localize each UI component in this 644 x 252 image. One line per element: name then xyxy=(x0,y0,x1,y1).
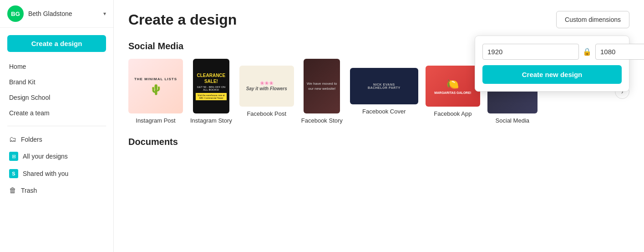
cover-text: NICK EVANSBACHELOR PARTY xyxy=(368,83,401,89)
shared-icon: S xyxy=(9,169,18,178)
clearance-text: CLEARANCE SALE! xyxy=(196,72,227,84)
chevron-down-icon[interactable]: ▾ xyxy=(103,10,106,17)
sidebar-item-brand-kit[interactable]: Brand Kit xyxy=(4,75,110,89)
documents-section-title: Documents xyxy=(128,137,629,147)
sidebar-shared-label: Shared with you xyxy=(23,170,68,177)
create-design-button[interactable]: Create a design xyxy=(7,35,106,52)
create-new-design-button[interactable]: Create new design xyxy=(482,65,622,84)
page-title: Create a design xyxy=(128,11,237,28)
card-facebook-post[interactable]: 🌸🌸🌸 Say it with Flowers Facebook Post xyxy=(239,66,294,117)
card-facebook-story[interactable]: We have moved to our new website! Facebo… xyxy=(301,59,343,124)
card-instagram-story[interactable]: CLEARANCE SALE! GET 50 - 80% OFF ON ALL … xyxy=(190,59,232,124)
app-text: MARGARITAS GALORE! xyxy=(434,91,471,94)
sidebar-folder-section: 🗂 Folders ⊞ All your designs S Shared wi… xyxy=(0,132,113,198)
thumb-facebook-cover: NICK EVANSBACHELOR PARTY xyxy=(350,68,418,104)
height-input[interactable]: 1080 xyxy=(595,44,644,60)
thumb-facebook-post: 🌸🌸🌸 Say it with Flowers xyxy=(239,66,294,107)
sidebar-folders-label: Folders xyxy=(21,136,42,143)
card-label-facebook-story: Facebook Story xyxy=(301,117,343,124)
card-label-social-media: Social Media xyxy=(496,117,529,124)
cactus-emoji: 🌵 xyxy=(150,84,162,96)
sidebar-all-designs-label: All your designs xyxy=(23,153,68,160)
sidebar-item-trash[interactable]: 🗑 Trash xyxy=(4,183,110,198)
card-instagram-post[interactable]: THE MINIMAL LISTS 🌵 Instagram Post xyxy=(128,59,183,124)
dimensions-row: 1920 🔒 1080 pxinmmcm xyxy=(482,43,622,60)
story-text: We have moved to our new website! xyxy=(306,81,337,91)
clearance-sub: GET 50 - 80% OFF ON ALL BOOKS! xyxy=(196,86,227,91)
all-designs-icon: ⊞ xyxy=(9,152,18,161)
card-label-facebook-post: Facebook Post xyxy=(247,110,286,117)
thumb-instagram-story: CLEARANCE SALE! GET 50 - 80% OFF ON ALL … xyxy=(193,59,229,113)
sidebar-header: BG Beth Gladstone ▾ xyxy=(0,0,113,28)
sidebar-nav: Home Brand Kit Design School Create a te… xyxy=(0,59,113,120)
card-facebook-cover[interactable]: NICK EVANSBACHELOR PARTY Facebook Cover xyxy=(350,68,418,115)
trash-icon: 🗑 xyxy=(9,186,16,195)
thumb-facebook-app: 🍋 MARGARITAS GALORE! xyxy=(426,66,480,107)
clearance-cta: Visit the warehouse now at ABC Commercia… xyxy=(196,93,227,100)
sidebar-item-shared[interactable]: S Shared with you xyxy=(4,165,110,182)
lock-icon: 🔒 xyxy=(583,47,592,56)
card-label-facebook-cover: Facebook Cover xyxy=(362,108,406,115)
sidebar: BG Beth Gladstone ▾ Create a design Home… xyxy=(0,0,114,252)
folder-icon: 🗂 xyxy=(9,135,16,144)
flowers-top: 🌸🌸🌸 xyxy=(260,81,274,85)
main-content: Create a design Custom dimensions 1920 🔒… xyxy=(114,0,644,252)
thumb-text-insta-post: THE MINIMAL LISTS xyxy=(134,77,177,81)
avatar: BG xyxy=(7,5,24,22)
flowers-text: Say it with Flowers xyxy=(246,86,287,91)
sidebar-item-all-designs[interactable]: ⊞ All your designs xyxy=(4,148,110,165)
sidebar-item-design-school[interactable]: Design School xyxy=(4,90,110,105)
sidebar-trash-label: Trash xyxy=(21,187,37,194)
card-facebook-app[interactable]: 🍋 MARGARITAS GALORE! Facebook App xyxy=(426,66,480,117)
card-label-instagram-story: Instagram Story xyxy=(190,117,232,124)
thumb-instagram-post: THE MINIMAL LISTS 🌵 xyxy=(128,59,183,113)
custom-dimensions-button[interactable]: Custom dimensions xyxy=(556,11,629,28)
lime-emoji: 🍋 xyxy=(446,78,459,90)
sidebar-item-folders[interactable]: 🗂 Folders xyxy=(4,132,110,147)
dimensions-popup: 1920 🔒 1080 pxinmmcm Create new design xyxy=(475,36,629,92)
card-label-facebook-app: Facebook App xyxy=(434,110,472,117)
sidebar-divider xyxy=(7,126,106,126)
user-name: Beth Gladstone xyxy=(28,10,72,17)
sidebar-item-home[interactable]: Home xyxy=(4,59,110,74)
width-input[interactable]: 1920 xyxy=(482,44,579,60)
card-label-instagram-post: Instagram Post xyxy=(136,117,175,124)
thumb-facebook-story: We have moved to our new website! xyxy=(304,59,340,113)
main-header: Create a design Custom dimensions xyxy=(128,11,629,28)
sidebar-item-create-team[interactable]: Create a team xyxy=(4,106,110,120)
